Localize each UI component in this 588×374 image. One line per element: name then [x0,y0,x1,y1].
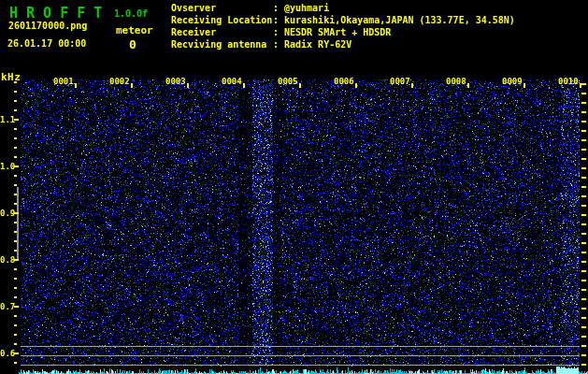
output-filename: 2601170000.png [8,21,87,31]
time-tick [523,83,525,88]
info-value: Radix RY-62V [284,39,351,50]
right-edge-tick [581,317,586,319]
right-edge-tick [581,93,586,94]
freq-minor-tick [14,194,17,195]
freq-minor-tick [14,352,17,354]
right-edge-tick [581,167,586,169]
time-tick [355,83,357,88]
info-value: NESDR SMArt + HDSDR [284,27,391,37]
freq-tick-label: 0.6 [0,350,14,358]
right-edge-tick [581,214,586,216]
right-edge-tick [581,205,586,207]
right-edge-tick [581,158,586,160]
time-tick-label: 0008 [446,77,466,86]
freq-axis-unit-label: kHz [1,71,21,83]
right-edge-tick [581,139,586,141]
time-tick-label: 0009 [502,77,523,86]
station-info-row: Receiving Location:kurashiki,Okayama,JAP… [171,14,515,26]
freq-minor-tick [14,268,17,270]
time-tick-label: 0006 [334,77,354,86]
freq-minor-tick [14,119,17,121]
right-edge-tick [581,345,586,347]
right-edge-tick [581,111,586,113]
freq-minor-tick [14,203,17,205]
right-edge-tick [581,354,586,356]
station-info-row: Receiver:NESDR SMArt + HDSDR [171,26,515,38]
info-colon: : [273,2,284,14]
time-tick [467,83,469,88]
right-edge-tick [581,242,586,244]
freq-minor-tick [14,250,17,252]
right-edge-tick [581,83,586,85]
freq-minor-tick [14,259,17,261]
freq-minor-tick [14,287,17,289]
station-info-row: Recviving antenna:Radix RY-62V [171,38,515,50]
time-tick-label: 0005 [278,77,298,86]
info-label: Ovserver [171,2,273,14]
freq-minor-tick [14,100,17,102]
freq-minor-tick [14,128,17,130]
right-edge-tick [581,270,586,272]
freq-tick-label: 0.7 [0,303,14,311]
freq-minor-tick [14,240,17,242]
right-edge-tick [581,298,586,300]
info-colon: : [273,38,284,50]
freq-minor-tick [14,315,17,317]
station-info-block: Ovserver:@yuhmariReceiving Location:kura… [171,2,515,50]
right-edge-tick [581,102,586,104]
right-edge-tick [581,149,586,151]
meteor-count: 0 [129,37,136,51]
time-tick [299,83,301,88]
freq-minor-tick [14,184,17,186]
info-colon: : [273,26,284,38]
right-edge-tick [581,177,586,179]
freq-minor-tick [14,296,17,298]
time-tick-label: 0003 [165,77,186,86]
freq-minor-tick [14,324,17,326]
freq-tick-label: 0.8 [0,256,14,265]
time-tick [243,83,245,88]
spectrogram-canvas [0,0,588,374]
freq-tick-label: 1.0 [0,163,14,171]
freq-minor-tick [14,306,17,308]
freq-minor-tick [14,278,17,280]
right-edge-tick [581,261,586,263]
freq-minor-tick [14,231,17,233]
app-title: H R O F F T [9,5,102,22]
freq-minor-tick [14,91,17,93]
freq-minor-tick [14,81,17,83]
time-tick-label: 0010 [558,77,579,86]
info-value: @yuhmari [284,3,329,13]
info-colon: : [273,14,284,26]
right-edge-tick [581,121,586,122]
right-edge-tick [581,130,586,132]
time-tick-label: 0004 [222,77,242,86]
right-edge-tick [581,308,586,309]
info-label: Receiver [171,26,273,38]
time-tick-label: 0002 [109,77,130,86]
freq-minor-tick [14,334,17,336]
observation-datetime: 26.01.17 00:00 [7,38,86,49]
freq-minor-tick [14,362,17,364]
right-edge-tick [581,336,586,338]
time-tick [411,83,413,88]
right-edge-tick [581,364,586,366]
right-edge-tick [581,326,586,328]
info-value: kurashiki,Okayama,JAPAN (133.77E, 34.58N… [284,15,515,25]
app-version: 1.0.0f [114,8,148,19]
freq-minor-tick [14,156,17,158]
time-tick [187,83,189,88]
right-edge-tick [581,186,586,188]
freq-minor-tick [14,212,17,214]
hrofft-window: H R O F F T 1.0.0f 2601170000.png meteor… [0,0,588,374]
info-label: Recviving antenna [171,38,273,50]
station-info-row: Ovserver:@yuhmari [171,2,515,14]
time-tick [580,83,581,88]
time-tick [75,83,77,88]
right-edge-tick [581,252,586,253]
time-tick [131,83,133,88]
freq-minor-tick [14,165,17,167]
freq-minor-tick [14,109,17,111]
freq-minor-tick [14,343,17,345]
freq-minor-tick [14,222,17,223]
